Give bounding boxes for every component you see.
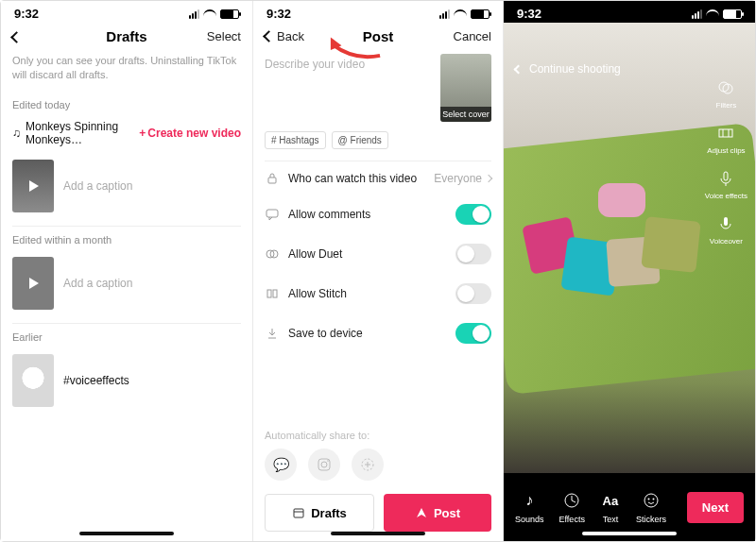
- tool-voiceover[interactable]: Voiceover: [710, 213, 743, 246]
- toggle-save[interactable]: [455, 323, 491, 344]
- option-privacy[interactable]: Who can watch this video Everyone: [253, 161, 503, 195]
- chevron-left-icon: [263, 30, 275, 42]
- continue-shooting[interactable]: Continue shooting: [515, 62, 621, 76]
- tool-adjust-clips[interactable]: Adjust clips: [707, 123, 745, 155]
- drafts-icon: [292, 506, 305, 519]
- plus-icon: +: [139, 127, 146, 140]
- next-button[interactable]: Next: [687, 492, 744, 523]
- svg-rect-14: [724, 172, 728, 180]
- tool-sounds[interactable]: ♪Sounds: [515, 490, 544, 524]
- share-more-icon[interactable]: [352, 449, 384, 481]
- svg-rect-15: [724, 217, 728, 226]
- chevron-left-icon: [514, 64, 524, 74]
- battery-icon: [220, 9, 239, 19]
- tool-text[interactable]: AaText: [600, 490, 621, 524]
- svg-point-7: [321, 462, 327, 467]
- caption-placeholder: Add a caption: [63, 277, 132, 290]
- post-header: Back Post Cancel: [253, 23, 503, 54]
- draft-music[interactable]: ♫ Monkeys Spinning Monkeys…: [12, 120, 139, 146]
- svg-rect-13: [719, 129, 732, 137]
- signal-icon: [692, 9, 702, 19]
- status-time: 9:32: [517, 7, 541, 21]
- section-month: Edited within a month: [1, 227, 252, 251]
- home-indicator: [331, 532, 425, 535]
- draft-item[interactable]: Add a caption: [1, 154, 252, 226]
- post-button[interactable]: Post: [384, 494, 491, 532]
- battery-icon: [471, 9, 490, 19]
- select-button[interactable]: Select: [188, 29, 241, 43]
- duet-icon: [265, 247, 279, 262]
- svg-rect-4: [267, 290, 271, 297]
- lock-icon: [265, 171, 279, 185]
- svg-point-12: [723, 84, 732, 93]
- wifi-icon: [203, 9, 216, 19]
- home-indicator: [79, 532, 174, 535]
- voice-effects-icon: [715, 168, 736, 189]
- camera-preview: Continue shooting Filters Adjust clips V…: [504, 23, 755, 473]
- draft-item[interactable]: Add a caption: [1, 251, 252, 323]
- share-label: Automatically share to:: [253, 409, 503, 449]
- tool-filters[interactable]: Filters: [715, 77, 736, 110]
- comment-icon: [265, 208, 279, 222]
- describe-input[interactable]: Describe your video: [265, 54, 431, 122]
- chevron-left-icon: [10, 31, 23, 43]
- draft-thumbnail: [12, 160, 54, 212]
- battery-icon: [723, 9, 742, 19]
- signal-icon: [439, 9, 450, 19]
- signal-icon: [189, 9, 199, 19]
- status-bar: 9:32: [253, 1, 503, 23]
- cover-selector[interactable]: Select cover: [440, 54, 491, 122]
- svg-point-18: [647, 499, 649, 500]
- drafts-header: Drafts Select: [1, 23, 252, 54]
- option-stitch: Allow Stitch: [253, 274, 503, 313]
- sounds-icon: ♪: [519, 490, 540, 511]
- download-icon: [265, 327, 279, 341]
- wifi-icon: [454, 9, 467, 19]
- text-icon: Aa: [600, 490, 621, 511]
- share-instagram-icon[interactable]: [308, 449, 340, 481]
- post-icon: [415, 506, 428, 519]
- stickers-icon: [641, 490, 662, 511]
- page-title: Drafts: [106, 28, 146, 44]
- toggle-stitch[interactable]: [455, 283, 491, 304]
- caption-placeholder: Add a caption: [63, 179, 132, 193]
- chevron-right-icon: [485, 174, 492, 181]
- create-new-video[interactable]: + Create new video: [139, 127, 241, 140]
- tool-effects[interactable]: Effects: [559, 490, 585, 524]
- toggle-duet[interactable]: [455, 244, 491, 264]
- cancel-button[interactable]: Cancel: [438, 29, 491, 43]
- svg-point-11: [719, 82, 729, 92]
- section-today: Edited today: [1, 92, 252, 116]
- play-icon: [29, 180, 39, 192]
- hashtags-chip[interactable]: # Hashtags: [265, 131, 326, 149]
- filters-icon: [715, 77, 736, 98]
- svg-rect-5: [273, 290, 277, 297]
- wifi-icon: [706, 9, 719, 19]
- play-icon: [29, 278, 39, 289]
- option-duet: Allow Duet: [253, 234, 503, 274]
- cover-label: Select cover: [440, 107, 491, 122]
- tool-voice-effects[interactable]: Voice effects: [705, 168, 747, 200]
- back-button[interactable]: [12, 29, 65, 43]
- svg-rect-1: [266, 210, 278, 217]
- effects-icon: [561, 490, 582, 511]
- home-indicator: [582, 532, 677, 535]
- option-save: Save to device: [253, 313, 503, 353]
- music-note-icon: ♫: [12, 127, 21, 140]
- camera-screen: 9:32 Continue shooting Filters Adjust cl…: [504, 1, 755, 541]
- toggle-comments[interactable]: [455, 204, 491, 225]
- svg-point-19: [652, 499, 654, 500]
- svg-rect-0: [268, 178, 276, 183]
- back-button[interactable]: Back: [265, 29, 318, 43]
- status-bar: 9:32: [504, 1, 755, 23]
- friends-chip[interactable]: @ Friends: [332, 131, 388, 149]
- draft-item[interactable]: #voiceeffects: [1, 348, 252, 420]
- share-message-icon[interactable]: 💬: [265, 449, 297, 481]
- voiceover-icon: [715, 213, 736, 234]
- drafts-button[interactable]: Drafts: [265, 494, 374, 532]
- svg-rect-10: [294, 509, 303, 517]
- tool-stickers[interactable]: Stickers: [636, 490, 666, 524]
- status-bar: 9:32: [1, 1, 252, 23]
- drafts-notice: Only you can see your drafts. Uninstalli…: [1, 54, 252, 92]
- option-comments: Allow comments: [253, 195, 503, 234]
